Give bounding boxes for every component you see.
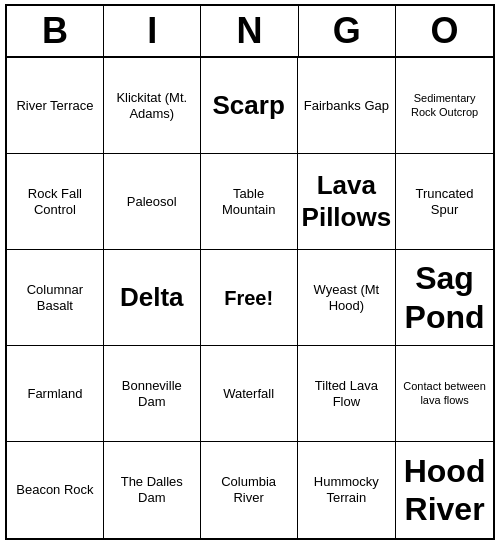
bingo-cell-10[interactable]: Columnar Basalt [7, 250, 104, 346]
bingo-cell-11[interactable]: Delta [104, 250, 201, 346]
bingo-cell-7[interactable]: Table Mountain [201, 154, 298, 250]
header-letter-b: B [7, 6, 104, 56]
bingo-cell-9[interactable]: Truncated Spur [396, 154, 493, 250]
bingo-cell-14[interactable]: Sag Pond [396, 250, 493, 346]
header-letter-i: I [104, 6, 201, 56]
bingo-cell-24[interactable]: Hood River [396, 442, 493, 538]
bingo-cell-0[interactable]: River Terrace [7, 58, 104, 154]
bingo-cell-20[interactable]: Beacon Rock [7, 442, 104, 538]
header-letter-g: G [299, 6, 396, 56]
bingo-cell-13[interactable]: Wyeast (Mt Hood) [298, 250, 397, 346]
header-letter-n: N [201, 6, 298, 56]
bingo-cell-1[interactable]: Klickitat (Mt. Adams) [104, 58, 201, 154]
bingo-cell-8[interactable]: Lava Pillows [298, 154, 397, 250]
bingo-card: BINGO River TerraceKlickitat (Mt. Adams)… [5, 4, 495, 540]
bingo-cell-4[interactable]: Sedimentary Rock Outcrop [396, 58, 493, 154]
bingo-cell-2[interactable]: Scarp [201, 58, 298, 154]
bingo-cell-17[interactable]: Waterfall [201, 346, 298, 442]
bingo-cell-15[interactable]: Farmland [7, 346, 104, 442]
bingo-header: BINGO [7, 6, 493, 58]
bingo-cell-19[interactable]: Contact between lava flows [396, 346, 493, 442]
bingo-cell-12[interactable]: Free! [201, 250, 298, 346]
bingo-grid: River TerraceKlickitat (Mt. Adams)ScarpF… [7, 58, 493, 538]
bingo-cell-3[interactable]: Fairbanks Gap [298, 58, 397, 154]
bingo-cell-6[interactable]: Paleosol [104, 154, 201, 250]
bingo-cell-22[interactable]: Columbia River [201, 442, 298, 538]
bingo-cell-23[interactable]: Hummocky Terrain [298, 442, 397, 538]
header-letter-o: O [396, 6, 493, 56]
bingo-cell-21[interactable]: The Dalles Dam [104, 442, 201, 538]
bingo-cell-5[interactable]: Rock Fall Control [7, 154, 104, 250]
bingo-cell-16[interactable]: Bonneville Dam [104, 346, 201, 442]
bingo-cell-18[interactable]: Tilted Lava Flow [298, 346, 397, 442]
